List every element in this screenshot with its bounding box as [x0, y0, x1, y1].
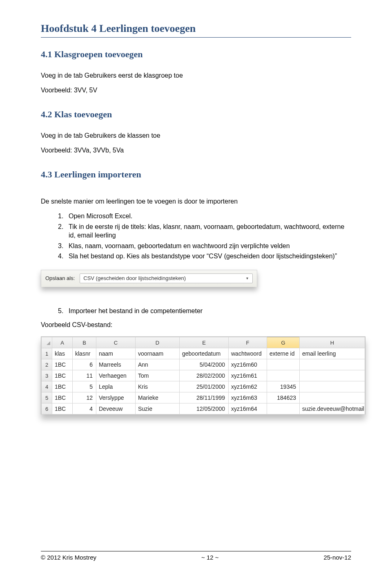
chevron-down-icon: ▾: [243, 275, 251, 282]
cell[interactable]: suzie.deveeuw@hotmail.com: [300, 403, 365, 414]
save-as-label: Opslaan als:: [45, 275, 75, 281]
col-header-g[interactable]: G: [267, 337, 300, 348]
cell[interactable]: klasnr: [73, 348, 96, 359]
row-header[interactable]: 4: [42, 381, 52, 392]
section-41-title: 4.1 Klasgroepen toevoegen: [41, 49, 351, 60]
footer-right: 25-nov-12: [323, 554, 351, 561]
cell[interactable]: 28/11/1999: [180, 392, 229, 403]
cell[interactable]: xyz16m61: [229, 370, 267, 381]
row-header[interactable]: 5: [42, 392, 52, 403]
cell[interactable]: 11: [73, 370, 96, 381]
cell[interactable]: [267, 370, 300, 381]
table-row: 2 1BC 6 Marreels Ann 5/04/2000 xyz16m60: [42, 359, 365, 370]
cell[interactable]: xyz16m64: [229, 403, 267, 414]
excel-grid: A B C D E F G H 1 klas klasnr naam voorn…: [41, 336, 365, 414]
cell[interactable]: Deveeuw: [96, 403, 136, 414]
row-header[interactable]: 2: [42, 359, 52, 370]
cell[interactable]: email leerling: [300, 348, 365, 359]
row-header[interactable]: 3: [42, 370, 52, 381]
excel-column-header-row: A B C D E F G H: [42, 337, 365, 348]
cell[interactable]: 19345: [267, 381, 300, 392]
row-header[interactable]: 1: [42, 348, 52, 359]
cell[interactable]: 12: [73, 392, 96, 403]
cell[interactable]: xyz16m62: [229, 381, 267, 392]
section-42-title: 4.2 Klas toevoegen: [41, 109, 351, 120]
step-5: Importeer het bestand in de competentiem…: [58, 307, 351, 316]
section-42-text-2: Voorbeeld: 3VVa, 3VVb, 5Va: [41, 146, 351, 155]
col-header-e[interactable]: E: [180, 337, 229, 348]
chapter-title: Hoofdstuk 4 Leerlingen toevoegen: [41, 22, 351, 38]
cell[interactable]: xyz16m60: [229, 359, 267, 370]
col-header-a[interactable]: A: [52, 337, 73, 348]
cell[interactable]: naam: [96, 348, 136, 359]
cell[interactable]: Marreels: [96, 359, 136, 370]
cell[interactable]: 184623: [267, 392, 300, 403]
cell[interactable]: [267, 359, 300, 370]
section-43-title: 4.3 Leerlingen importeren: [41, 169, 351, 180]
cell[interactable]: Ann: [136, 359, 180, 370]
cell[interactable]: 4: [73, 403, 96, 414]
step-4: Sla het bestand op. Kies als bestandstyp…: [58, 252, 351, 261]
cell[interactable]: Lepla: [96, 381, 136, 392]
cell[interactable]: 6: [73, 359, 96, 370]
cell[interactable]: 5: [73, 381, 96, 392]
col-header-c[interactable]: C: [96, 337, 136, 348]
cell[interactable]: [300, 359, 365, 370]
section-43-intro: De snelste manier om leerlingen toe te v…: [41, 197, 351, 206]
cell[interactable]: voornaam: [136, 348, 180, 359]
step-1: Open Microsoft Excel.: [58, 212, 351, 221]
step-2: Tik in de eerste rij de titels: klas, kl…: [58, 222, 351, 240]
col-header-d[interactable]: D: [136, 337, 180, 348]
steps-list-continued: Importeer het bestand in de competentiem…: [58, 307, 351, 316]
cell[interactable]: [267, 403, 300, 414]
cell[interactable]: 1BC: [52, 392, 73, 403]
section-41-text-1: Voeg in de tab Gebruikers eerst de klasg…: [41, 71, 351, 80]
cell[interactable]: externe id: [267, 348, 300, 359]
section-42-text-1: Voeg in de tab Gebruikers de klassen toe: [41, 131, 351, 140]
cell[interactable]: 1BC: [52, 370, 73, 381]
cell[interactable]: Verslyppe: [96, 392, 136, 403]
col-header-h[interactable]: H: [300, 337, 365, 348]
example-csv-label: Voorbeeld CSV-bestand:: [41, 320, 351, 329]
footer-left: © 2012 Kris Mostrey: [41, 554, 96, 561]
cell[interactable]: 28/02/2000: [180, 370, 229, 381]
section-41-text-2: Voorbeeld: 3VV, 5V: [41, 86, 351, 95]
save-as-value: CSV (gescheiden door lijstscheidingsteke…: [83, 275, 186, 281]
save-as-combobox[interactable]: CSV (gescheiden door lijstscheidingsteke…: [80, 273, 253, 283]
cell[interactable]: [300, 370, 365, 381]
cell[interactable]: wachtwoord: [229, 348, 267, 359]
table-row: 1 klas klasnr naam voornaam geboortedatu…: [42, 348, 365, 359]
cell[interactable]: 1BC: [52, 359, 73, 370]
table-row: 5 1BC 12 Verslyppe Marieke 28/11/1999 xy…: [42, 392, 365, 403]
save-as-panel: Opslaan als: CSV (gescheiden door lijsts…: [41, 270, 257, 287]
cell[interactable]: 25/01/2000: [180, 381, 229, 392]
cell[interactable]: 5/04/2000: [180, 359, 229, 370]
cell[interactable]: [300, 392, 365, 403]
footer-center: ~ 12 ~: [201, 554, 219, 561]
steps-list: Open Microsoft Excel. Tik in de eerste r…: [58, 212, 351, 261]
cell[interactable]: xyz16m63: [229, 392, 267, 403]
select-all-triangle-icon: [47, 341, 50, 345]
cell[interactable]: Verhaegen: [96, 370, 136, 381]
select-all-corner[interactable]: [42, 337, 52, 348]
step-3: Klas, naam, voornaam, geboortedatum en w…: [58, 242, 351, 251]
cell[interactable]: Suzie: [136, 403, 180, 414]
cell[interactable]: Tom: [136, 370, 180, 381]
cell[interactable]: geboortedatum: [180, 348, 229, 359]
page-footer: © 2012 Kris Mostrey ~ 12 ~ 25-nov-12: [41, 551, 351, 561]
cell[interactable]: 1BC: [52, 381, 73, 392]
cell[interactable]: Kris: [136, 381, 180, 392]
cell[interactable]: 1BC: [52, 403, 73, 414]
table-row: 3 1BC 11 Verhaegen Tom 28/02/2000 xyz16m…: [42, 370, 365, 381]
cell[interactable]: Marieke: [136, 392, 180, 403]
table-row: 4 1BC 5 Lepla Kris 25/01/2000 xyz16m62 1…: [42, 381, 365, 392]
table-row: 6 1BC 4 Deveeuw Suzie 12/05/2000 xyz16m6…: [42, 403, 365, 414]
cell[interactable]: 12/05/2000: [180, 403, 229, 414]
row-header[interactable]: 6: [42, 403, 52, 414]
col-header-b[interactable]: B: [73, 337, 96, 348]
cell[interactable]: [300, 381, 365, 392]
col-header-f[interactable]: F: [229, 337, 267, 348]
cell[interactable]: klas: [52, 348, 73, 359]
